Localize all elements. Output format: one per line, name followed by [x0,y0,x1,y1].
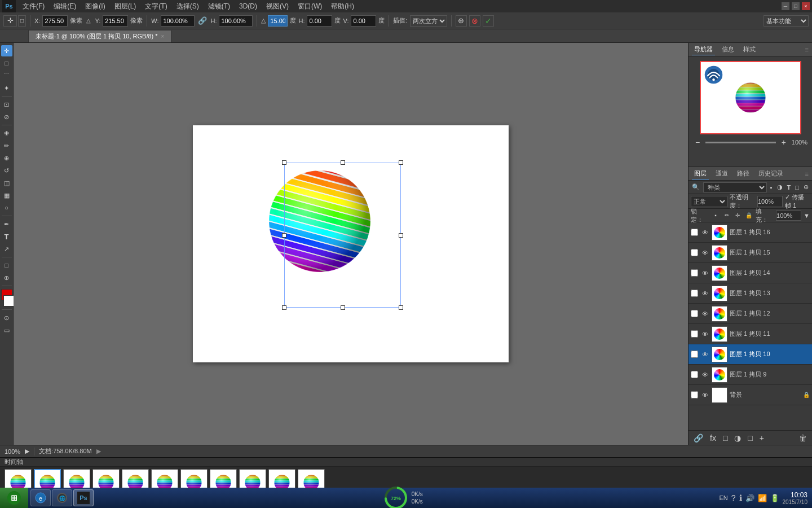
tab-paths[interactable]: 路径 [735,168,752,179]
layer-checkbox[interactable] [691,229,698,236]
handle-mid-left[interactable] [282,233,286,238]
menu-window[interactable]: 窗口(W) [293,1,326,12]
menu-layer[interactable]: 图层(L) [110,1,141,12]
opacity-input[interactable] [757,196,783,207]
close-btn[interactable]: × [802,2,810,10]
handle-top-mid[interactable] [341,160,345,165]
handle-top-right[interactable] [399,160,403,165]
layer-checkbox[interactable] [691,391,698,398]
fill-expand[interactable]: ▼ [804,212,810,219]
background-color[interactable] [3,295,15,306]
fill-input[interactable] [776,211,801,221]
eraser-tool[interactable]: ◫ [1,177,12,189]
move-tool-options[interactable]: ✛ [3,15,17,27]
angle-input[interactable] [268,15,288,27]
type-tool[interactable]: T [1,231,12,242]
healing-tool[interactable]: ✙ [1,128,12,139]
layer-visibility-toggle[interactable]: 👁 [700,350,709,359]
layer-checkbox[interactable] [691,249,698,256]
lasso-tool[interactable]: ⌒ [1,70,12,81]
quick-mask[interactable]: ⊙ [1,312,12,323]
layer-visibility-toggle[interactable]: 👁 [700,289,709,298]
filter-shape-icon[interactable]: □ [794,184,800,191]
filter-adj-icon[interactable]: ◑ [776,183,784,191]
tab-layers[interactable]: 图层 [692,168,709,179]
layer-checkbox[interactable] [691,269,698,277]
shape-tool[interactable]: □ [1,260,12,271]
move-tool[interactable]: ✛ [1,45,12,56]
taskbar-help-icon[interactable]: ? [731,493,736,502]
tab-close-btn[interactable]: × [161,33,165,40]
cancel-transform-btn[interactable]: ⊗ [469,15,480,27]
panel-menu-btn[interactable]: ≡ [805,46,809,53]
filter-smart-icon[interactable]: ⊕ [802,183,810,191]
handle-top-left[interactable] [282,160,286,165]
handle-bot-right[interactable] [399,305,403,310]
nav-zoom-in[interactable]: + [779,138,788,147]
new-group-btn[interactable]: □ [746,433,754,443]
minimize-btn[interactable]: ─ [782,2,789,10]
gradient-tool[interactable]: ▦ [1,190,12,201]
tab-navigator[interactable]: 导航器 [692,44,715,55]
dodge-tool[interactable]: ○ [1,202,12,213]
new-adj-layer-btn[interactable]: ◑ [732,433,743,443]
brush-tool[interactable]: ✏ [1,140,12,151]
document-tab[interactable]: 未标题-1 @ 100% (图层 1 拷贝 10, RGB/8) * × [28,30,171,42]
nav-zoom-slider[interactable] [705,142,775,143]
taskbar-browser[interactable]: 🌐 [52,489,72,506]
magic-wand[interactable]: ✦ [1,82,12,94]
start-button[interactable]: ⊞ [0,488,28,508]
lock-paint[interactable]: ✏ [722,211,731,220]
layer-checkbox[interactable] [691,330,698,338]
menu-text[interactable]: 文字(T) [140,1,171,12]
interpolation-select[interactable]: 两次立方 [410,15,447,27]
taskbar-photoshop[interactable]: Ps [73,489,94,506]
add-style-btn[interactable]: fx [708,433,718,443]
battery-icon[interactable]: 🔋 [770,494,779,502]
layer-checkbox[interactable] [691,290,698,297]
taskbar-info-icon[interactable]: ℹ [739,493,742,502]
layer-row[interactable]: 👁图层 1 拷贝 10 [689,344,812,365]
pen-tool[interactable]: ✒ [1,218,12,230]
menu-view[interactable]: 视图(V) [262,1,293,12]
layer-visibility-toggle[interactable]: 👁 [700,330,709,339]
new-layer-btn[interactable]: + [758,433,766,443]
menu-filter[interactable]: 滤镜(T) [204,1,235,12]
layer-row[interactable]: 👁图层 1 拷贝 16 [689,222,812,243]
eyedropper-tool[interactable]: ⊘ [1,111,12,122]
layer-row[interactable]: 👁图层 1 拷贝 11 [689,324,812,344]
layer-checkbox[interactable] [691,310,698,317]
layer-row[interactable]: 👁图层 1 拷贝 13 [689,283,812,304]
layer-visibility-toggle[interactable]: 👁 [700,309,709,318]
tab-style[interactable]: 样式 [741,44,758,55]
h-shear-input[interactable] [307,15,332,27]
menu-edit[interactable]: 编辑(E) [49,1,81,12]
menu-3d[interactable]: 3D(D) [235,1,262,11]
layer-row[interactable]: 👁图层 1 拷贝 15 [689,243,812,263]
tab-channels[interactable]: 通道 [713,168,730,179]
history-brush[interactable]: ↺ [1,165,12,176]
maximize-btn[interactable]: □ [792,2,800,10]
layer-filter-select[interactable]: 种类 [703,182,767,192]
status-icon[interactable]: ▶ [25,448,29,455]
v-shear-input[interactable] [351,15,376,27]
h-input[interactable] [219,15,253,27]
layer-visibility-toggle[interactable]: 👁 [700,391,709,400]
layer-visibility-toggle[interactable]: 👁 [700,248,709,257]
taskbar-ie[interactable]: e [30,489,51,506]
filter-pixel-icon[interactable]: ▪ [769,184,774,191]
layer-row[interactable]: 👁图层 1 拷贝 12 [689,304,812,324]
layer-checkbox[interactable] [691,371,698,378]
handle-bot-mid[interactable] [341,305,345,310]
layers-panel-menu[interactable]: ≡ [805,170,809,177]
layer-row[interactable]: 👁图层 1 拷贝 9 [689,365,812,385]
layer-visibility-toggle[interactable]: 👁 [700,228,709,237]
blend-mode-select[interactable]: 正常 [691,196,727,207]
tab-info[interactable]: 信息 [720,44,736,55]
add-mask-btn[interactable]: □ [721,433,729,443]
zoom-tool[interactable]: ⊕ [1,272,12,283]
delete-layer-btn[interactable]: 🗑 [797,433,809,443]
handle-bot-left[interactable] [282,305,286,310]
marquee-tool[interactable]: □ [1,58,12,69]
handle-mid-right[interactable] [399,233,403,238]
